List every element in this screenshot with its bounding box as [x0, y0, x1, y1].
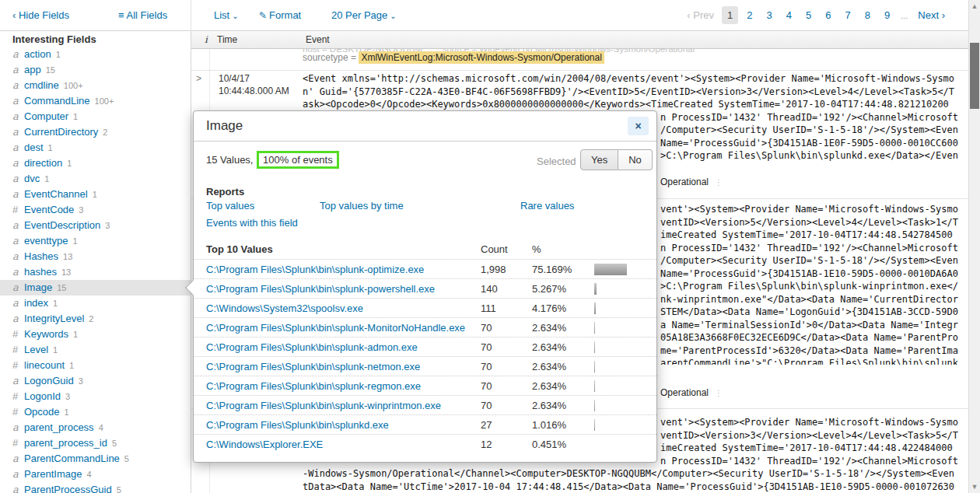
top-value-link[interactable]: C:\Program Files\Splunk\bin\splunk-regmo… — [206, 376, 421, 396]
events-with-field-link[interactable]: Events with this field — [206, 217, 298, 229]
field-actions-dots: ⋮ — [715, 178, 723, 187]
top-value-link[interactable]: C:\Program Files\Splunk\bin\splunk-netmo… — [206, 357, 420, 376]
top-values-table-title: Top 10 Values — [206, 243, 273, 255]
sidebar-field-EventChannel[interactable]: aEventChannel1 — [0, 187, 191, 202]
selected-no-button[interactable]: No — [618, 149, 653, 170]
page-number-6[interactable]: 6 — [820, 6, 836, 24]
all-fields-button[interactable]: ≡ All Fields — [118, 9, 167, 21]
sidebar-field-dest[interactable]: adest1 — [0, 140, 191, 156]
event-raw-line: >C:\Program Files\Splunk\bin\splunkd.exe… — [660, 150, 958, 161]
event-expander-icon[interactable]: > — [196, 73, 201, 84]
sidebar-field-CurrentDirectory[interactable]: aCurrentDirectory2 — [0, 124, 191, 140]
sidebar-field-ParentCommandLine[interactable]: aParentCommandLine5 — [0, 451, 191, 467]
top-value-link[interactable]: C:\Program Files\Splunk\bin\splunk-admon… — [206, 337, 418, 357]
top-value-link[interactable]: C:\Program Files\Splunk\bin\splunk-Monit… — [206, 318, 465, 337]
close-icon[interactable]: × — [628, 117, 649, 135]
field-actions-dots: ⋮ — [715, 389, 723, 397]
top-value-link[interactable]: C:\Windows\System32\spoolsv.exe — [206, 299, 363, 318]
top-value-count: 70 — [481, 337, 492, 357]
sidebar-field-ParentProcessGuid[interactable]: aParentProcessGuid5 — [0, 482, 191, 493]
field-type-icon: a — [12, 140, 24, 156]
scrollbar-thumb[interactable] — [970, 43, 979, 109]
top-value-bar — [594, 380, 595, 392]
field-count: 5 — [112, 439, 117, 448]
top-value-link[interactable]: C:\Windows\Explorer.EXE — [206, 435, 323, 454]
field-count: 1 — [48, 143, 53, 152]
sidebar-field-CommandLine[interactable]: aCommandLine100+ — [0, 93, 191, 109]
list-view-dropdown[interactable]: List⌄ — [214, 9, 239, 21]
top-value-row: C:\Program Files\Splunk\bin\splunk-admon… — [194, 337, 658, 356]
page-number-2[interactable]: 2 — [741, 6, 758, 24]
sidebar-field-cmdline[interactable]: acmdline100+ — [0, 78, 191, 93]
field-name: LogonId — [24, 390, 61, 402]
page-number-5[interactable]: 5 — [800, 6, 817, 24]
field-type-icon: a — [12, 109, 24, 124]
per-page-dropdown[interactable]: 20 Per Page⌄ — [331, 9, 397, 21]
sourcetype-value[interactable]: XmlWinEventLog:Microsoft-Windows-Sysmon/… — [359, 51, 604, 64]
hide-fields-button[interactable]: ‹ Hide Fields — [12, 9, 69, 21]
top-value-link[interactable]: C:\Program Files\Splunk\bin\splunk-optim… — [206, 260, 424, 279]
page-number-4[interactable]: 4 — [781, 6, 797, 24]
sidebar-field-LogonId[interactable]: #LogonId3 — [0, 389, 191, 404]
top-value-link[interactable]: C:\Program Files\Splunk\bin\splunk-power… — [206, 279, 435, 299]
field-name: IntegrityLevel — [24, 313, 84, 324]
field-name: dvc — [24, 173, 40, 184]
sidebar-field-Opcode[interactable]: #Opcode1 — [0, 404, 191, 420]
field-type-icon: a — [12, 295, 24, 311]
sidebar-field-Computer[interactable]: aComputer1 — [0, 109, 191, 124]
top-value-row: C:\Program Files\Splunk\bin\splunk-power… — [194, 278, 658, 298]
field-name: action — [24, 48, 51, 60]
vertical-scrollbar[interactable]: ▲ ▼ — [968, 0, 980, 493]
field-count: 13 — [63, 252, 72, 261]
next-page-button[interactable]: Next › — [913, 6, 950, 24]
sidebar-field-app[interactable]: aapp15 — [0, 62, 191, 78]
scroll-down-icon[interactable]: ▼ — [969, 483, 980, 491]
format-button[interactable]: ✎Format — [259, 9, 301, 21]
sidebar-field-direction[interactable]: adirection1 — [0, 156, 191, 171]
sidebar-field-ParentImage[interactable]: aParentImage4 — [0, 467, 191, 482]
sourcetype-tail: Operational⋮ — [660, 177, 723, 187]
sidebar-field-Keywords[interactable]: #Keywords1 — [0, 327, 191, 342]
sidebar-field-EventCode[interactable]: #EventCode3 — [0, 202, 191, 218]
field-name: Computer — [24, 110, 68, 122]
events-table-header: i Time Event — [191, 31, 968, 49]
page-number-8[interactable]: 8 — [859, 6, 876, 24]
sidebar-field-index[interactable]: aindex1 — [0, 295, 191, 311]
scroll-up-icon[interactable]: ▲ — [969, 2, 980, 10]
top-value-link[interactable]: C:\Program Files\Splunk\bin\splunk-winpr… — [206, 396, 441, 415]
sidebar-field-hashes[interactable]: ahashes13 — [0, 264, 191, 280]
page-number-3[interactable]: 3 — [761, 6, 778, 24]
sidebar-field-IntegrityLevel[interactable]: aIntegrityLevel2 — [0, 311, 191, 327]
sidebar-field-LogonGuid[interactable]: aLogonGuid3 — [0, 373, 191, 389]
sidebar-field-eventtype[interactable]: aeventtype1 — [0, 233, 191, 249]
sidebar-field-Image[interactable]: aImage15 — [0, 280, 191, 295]
top-values-link[interactable]: Top values — [206, 200, 254, 212]
values-count-text: 15 Values, — [206, 154, 256, 166]
sidebar-field-Hashes[interactable]: aHashes13 — [0, 249, 191, 264]
rare-values-link[interactable]: Rare values — [520, 200, 574, 212]
top-value-percent: 2.634% — [532, 396, 566, 415]
sidebar-field-EventDescription[interactable]: aEventDescription3 — [0, 218, 191, 233]
field-name: Keywords — [24, 328, 68, 340]
sidebar-field-Level[interactable]: #Level1 — [0, 342, 191, 358]
top-value-link[interactable]: C:\Program Files\Splunk\bin\splunkd.exe — [206, 415, 389, 435]
field-type-icon: a — [12, 218, 24, 233]
field-name: eventtype — [24, 235, 68, 247]
field-type-icon: a — [12, 233, 24, 249]
prev-page-button[interactable]: ‹ Prev — [682, 6, 719, 24]
field-summary: 15 Values, 100% of events — [206, 154, 339, 166]
sidebar-field-linecount[interactable]: #linecount1 — [0, 358, 191, 373]
sidebar-field-parent_process_id[interactable]: #parent_process_id5 — [0, 435, 191, 451]
sidebar-field-parent_process[interactable]: aparent_process4 — [0, 420, 191, 435]
page-number-1[interactable]: 1 — [722, 6, 738, 24]
page-number-9[interactable]: 9 — [879, 6, 895, 24]
top-values-by-time-link[interactable]: Top values by time — [320, 200, 404, 212]
sourcetype-tail-text: Operational — [660, 387, 709, 398]
sidebar-field-action[interactable]: aaction1 — [0, 47, 191, 62]
page-number-7[interactable]: 7 — [839, 6, 856, 24]
toolbar-divider — [191, 0, 191, 31]
field-details-popup: Image × 15 Values, 100% of events Select… — [193, 110, 657, 463]
sidebar-field-dvc[interactable]: advc1 — [0, 171, 191, 187]
selected-yes-button[interactable]: Yes — [580, 149, 618, 170]
event-raw-line: /Computer><Security UserID='S-1-5-18'/><… — [660, 255, 958, 266]
